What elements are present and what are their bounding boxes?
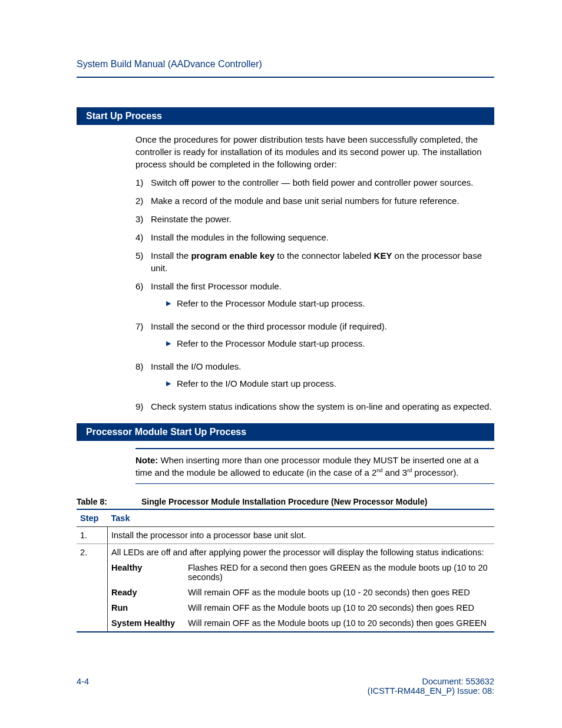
sub-text: Refer to the Processor Module start-up p… xyxy=(177,297,365,309)
step-item: 8) Install the I/O modules. ▶ Refer to t… xyxy=(135,360,494,394)
step-text: Check system status indications show the… xyxy=(151,400,494,413)
page-footer: 4-4 Document: 553632 (ICSTT-RM448_EN_P) … xyxy=(77,677,494,696)
triangle-icon: ▶ xyxy=(166,379,171,388)
triangle-icon: ▶ xyxy=(166,339,171,348)
sub-text: Refer to the I/O Module start up process… xyxy=(177,377,336,390)
footer-page-number: 4-4 xyxy=(77,677,89,696)
led-row: Healthy Flashes RED for a second then go… xyxy=(111,563,491,582)
sub-text: Refer to the Processor Module start-up p… xyxy=(177,337,365,350)
step-main: Install the first Processor module. xyxy=(151,281,282,291)
footer-document-id: Document: 553632 xyxy=(368,677,494,686)
led-desc: Will remain OFF as the Module boots up (… xyxy=(188,603,491,612)
sub-bullet: ▶ Refer to the Processor Module start-up… xyxy=(166,297,494,309)
note-label: Note: xyxy=(135,455,158,465)
table-caption-text: Single Processor Module Installation Pro… xyxy=(141,497,427,506)
step-item: 9) Check system status indications show … xyxy=(135,400,494,413)
steps-list: 1) Switch off power to the controller — … xyxy=(135,176,494,413)
step-text: Install the program enable key to the co… xyxy=(151,249,494,274)
intro-block: Once the procedures for power distributi… xyxy=(135,133,494,413)
step-pre: Install the xyxy=(151,251,191,261)
note-sup2: rd xyxy=(407,467,412,473)
led-desc: Will remain OFF as the Module boots up (… xyxy=(188,618,491,628)
step-text: Switch off power to the controller — bot… xyxy=(151,176,494,189)
step-number: 1) xyxy=(135,176,151,189)
step-number: 5) xyxy=(135,249,151,262)
header-divider xyxy=(77,77,494,78)
step-number: 2) xyxy=(135,195,151,207)
footer-issue: (ICSTT-RM448_EN_P) Issue: 08: xyxy=(368,686,494,696)
step-item: 6) Install the first Processor module. ▶… xyxy=(135,280,494,314)
step-text: Install the modules in the following seq… xyxy=(151,231,494,243)
led-row: Ready Will remain OFF as the module boot… xyxy=(111,588,491,597)
led-row: Run Will remain OFF as the Module boots … xyxy=(111,603,491,612)
table-row: 2. All LEDs are off and after applying p… xyxy=(77,544,494,633)
led-label: Ready xyxy=(111,588,188,597)
step-number: 9) xyxy=(135,400,151,413)
step-item: 7) Install the second or the third proce… xyxy=(135,320,494,354)
step-bold1: program enable key xyxy=(191,251,275,261)
table-row: 1. Install the processor into a processo… xyxy=(77,527,494,544)
step-item: 4) Install the modules in the following … xyxy=(135,231,494,243)
table-cell-step: 1. xyxy=(77,527,108,544)
step-bold2: KEY xyxy=(374,251,392,261)
sub-bullet: ▶ Refer to the I/O Module start up proce… xyxy=(166,377,494,390)
table-cell-step: 2. xyxy=(77,544,108,633)
intro-paragraph: Once the procedures for power distributi… xyxy=(135,133,494,170)
led-label: Healthy xyxy=(111,563,188,582)
page-header-title: System Build Manual (AADvance Controller… xyxy=(77,59,494,70)
step-number: 8) xyxy=(135,360,151,373)
step-item: 1) Switch off power to the controller — … xyxy=(135,176,494,189)
step-main: Install the second or the third processo… xyxy=(151,321,387,331)
row2-intro: All LEDs are off and after applying powe… xyxy=(111,548,491,557)
step-text: Install the I/O modules. ▶ Refer to the … xyxy=(151,360,494,394)
table-head-task: Task xyxy=(108,509,495,527)
table-cell-task: All LEDs are off and after applying powe… xyxy=(108,544,495,633)
step-number: 4) xyxy=(135,231,151,243)
step-number: 6) xyxy=(135,280,151,292)
table-label: Table 8: xyxy=(77,497,141,506)
section-heading-processor: Processor Module Start Up Process xyxy=(77,423,494,441)
table-head-step: Step xyxy=(77,509,108,527)
step-number: 3) xyxy=(135,213,151,225)
step-text: Install the second or the third processo… xyxy=(151,320,494,354)
step-number: 7) xyxy=(135,320,151,332)
step-text: Make a record of the module and base uni… xyxy=(151,195,494,207)
step-item: 5) Install the program enable key to the… xyxy=(135,249,494,274)
step-item: 2) Make a record of the module and base … xyxy=(135,195,494,207)
step-text: Install the first Processor module. ▶ Re… xyxy=(151,280,494,314)
sub-bullet: ▶ Refer to the Processor Module start-up… xyxy=(166,337,494,350)
note-sup1: nd xyxy=(376,467,382,473)
step-mid: to the connector labeled xyxy=(275,251,373,261)
led-label: System Healthy xyxy=(111,618,188,628)
led-desc: Flashes RED for a second then goes GREEN… xyxy=(188,563,491,582)
led-label: Run xyxy=(111,603,188,612)
table-caption: Table 8: Single Processor Module Install… xyxy=(77,497,494,506)
section-heading-startup: Start Up Process xyxy=(77,107,494,125)
step-text: Reinstate the power. xyxy=(151,213,494,225)
led-desc: Will remain OFF as the module boots up (… xyxy=(188,588,491,597)
note-post: processor). xyxy=(412,467,458,477)
note-mid: and 3 xyxy=(382,467,407,477)
note-block: Note: When inserting more than one proce… xyxy=(135,448,494,484)
led-row: System Healthy Will remain OFF as the Mo… xyxy=(111,618,491,628)
procedure-table: Step Task 1. Install the processor into … xyxy=(77,509,494,633)
step-item: 3) Reinstate the power. xyxy=(135,213,494,225)
triangle-icon: ▶ xyxy=(166,299,171,308)
step-main: Install the I/O modules. xyxy=(151,361,241,371)
table-cell-task: Install the processor into a processor b… xyxy=(108,527,495,544)
